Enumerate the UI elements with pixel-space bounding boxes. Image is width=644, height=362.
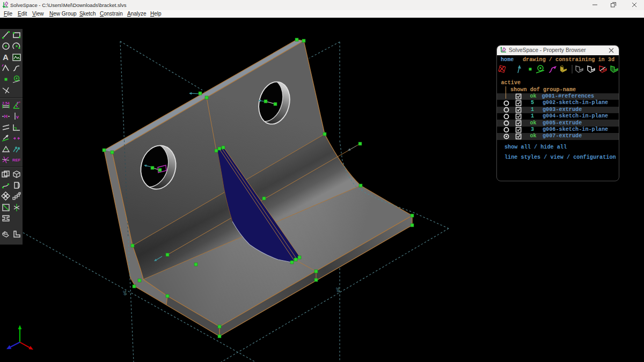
- svg-text:REF: REF: [12, 158, 20, 162]
- svg-text:7°: 7°: [17, 101, 20, 105]
- svg-text:30: 30: [335, 286, 341, 293]
- svg-text:v: v: [16, 114, 19, 120]
- svg-text:A: A: [3, 53, 9, 62]
- svg-text:30: 30: [122, 290, 128, 296]
- svg-text:H: H: [4, 114, 8, 119]
- svg-text:2.54: 2.54: [2, 101, 10, 105]
